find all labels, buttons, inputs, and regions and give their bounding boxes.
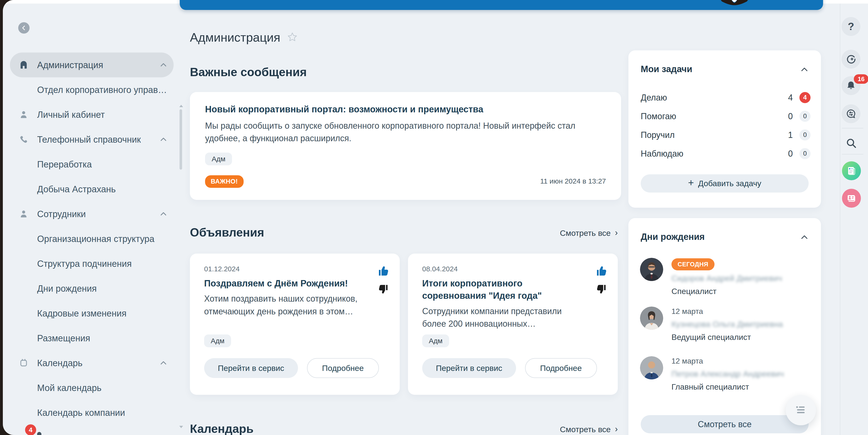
task-count: 1 (788, 130, 793, 140)
sidebar-item-corp-governance-dept[interactable]: Отдел корпоративного управ… (10, 77, 174, 102)
sidebar-item-reporting-structure[interactable]: Структура подчинения (10, 251, 174, 276)
sidebar-item-label: Календарь компании (37, 408, 125, 418)
details-button[interactable]: Подробнее (525, 358, 597, 378)
avatar (640, 356, 663, 379)
tag-chip: Адм (204, 335, 231, 347)
page-title: Администрация (190, 30, 280, 44)
calendar-see-all-link[interactable]: Смотреть все › (544, 425, 618, 434)
task-row-watching[interactable]: Наблюдаю 0 0 (641, 144, 810, 163)
important-card-body: Мы рады сообщить о запуске обновленного … (205, 120, 579, 145)
task-row-delegated[interactable]: Поручил 1 0 (641, 126, 810, 144)
sidebar-item-label: Календарь (37, 358, 83, 368)
avatar (640, 307, 663, 330)
birthday-entry[interactable]: СЕГОДНЯ Сидоров Андрей Дмитриевич Специа… (640, 258, 812, 296)
sidebar-item-label: Дни рождения (37, 283, 97, 293)
calendar-heading: Календарь (190, 422, 253, 435)
chat-transfer-icon (845, 108, 857, 119)
go-to-service-button[interactable]: Перейти в сервис (422, 358, 516, 378)
thumbs-down-icon[interactable] (377, 283, 389, 295)
ai-assistant-button[interactable] (841, 50, 861, 69)
birthdays-see-all-button[interactable]: Смотреть все (641, 415, 809, 433)
list-icon (796, 405, 806, 415)
chevron-up-icon (159, 211, 167, 218)
search-button[interactable] (845, 137, 858, 150)
sidebar-item-org-structure[interactable]: Организационная структура (10, 226, 174, 251)
birthday-date: 12 марта (672, 307, 783, 316)
see-all-label: Смотреть все (560, 425, 611, 434)
task-label: Поручил (641, 130, 788, 140)
collapse-chevron-icon[interactable] (800, 234, 809, 241)
top-banner[interactable] (180, 0, 823, 10)
my-tasks-panel: Мои задачи Делаю 4 4 Помогаю 0 0 Поручил… (628, 51, 821, 208)
add-task-button[interactable]: + Добавить задачу (641, 174, 809, 192)
my-tasks-heading: Мои задачи (641, 64, 692, 74)
sidebar-scrollbar-thumb[interactable] (180, 109, 182, 169)
sidebar-item-placements[interactable]: Размещения (10, 326, 174, 350)
announcement-body: Хотим поздравить наших сотрудников, отме… (204, 292, 360, 318)
sidebar-cutoff-item-icon (37, 432, 41, 435)
task-badge: 4 (799, 92, 810, 103)
rail-separator (842, 128, 863, 128)
sidebar-item-label: Кадровые изменения (37, 308, 127, 318)
announcements-see-all-link[interactable]: Смотреть все › (544, 228, 618, 238)
sidebar-nav: Администрация Отдел корпоративного управ… (10, 53, 174, 425)
birthday-role: Специалист (672, 287, 782, 296)
sidebar-item-employees[interactable]: Сотрудники (10, 201, 174, 226)
notifications-count-badge: 16 (854, 74, 868, 84)
thumbs-up-icon[interactable] (377, 265, 390, 277)
sidebar-scrollbar-down-arrow[interactable] (179, 426, 183, 428)
announcement-date: 08.04.2024 (422, 265, 578, 273)
quick-menu-fab[interactable] (786, 395, 816, 425)
chat-transfer-button[interactable] (841, 104, 861, 123)
sidebar-item-administration[interactable]: Администрация (10, 53, 174, 77)
sidebar-item-personal-cabinet[interactable]: Личный кабинет (10, 102, 174, 127)
sidebar-item-phone-directory[interactable]: Телефонный справочник (10, 127, 174, 152)
sidebar-item-birthdays[interactable]: Дни рождения (10, 276, 174, 301)
thumbs-down-icon[interactable] (595, 283, 607, 295)
birthday-name-blurred: Кузнецова Ольга Дмитриевна (672, 319, 783, 329)
birthday-name-blurred: Сидоров Андрей Дмитриевич (672, 274, 782, 283)
go-to-service-button[interactable]: Перейти в сервис (204, 358, 298, 378)
sidebar-item-company-calendar[interactable]: Календарь компании (10, 400, 174, 425)
task-label: Наблюдаю (641, 149, 788, 159)
help-button[interactable]: ? (841, 17, 861, 36)
collapse-chevron-icon[interactable] (800, 66, 809, 73)
chevron-up-icon (159, 136, 167, 143)
calendar-icon (19, 358, 28, 368)
birthday-entry[interactable]: 12 марта Петров Александр Андреевич Глав… (640, 356, 812, 392)
chevron-right-icon: › (615, 228, 618, 237)
id-card-icon (846, 193, 857, 204)
favorite-star-icon[interactable] (287, 32, 298, 43)
chevron-right-icon: › (615, 425, 618, 433)
sidebar-item-label: Телефонный справочник (37, 134, 141, 145)
important-message-card[interactable]: Новый корпоративный портал: возможности … (190, 92, 621, 200)
thumbs-up-icon[interactable] (595, 265, 608, 277)
task-count: 4 (788, 93, 793, 103)
tag-chip: Адм (422, 335, 449, 347)
birthday-date: 12 марта (672, 357, 784, 366)
task-row-doing[interactable]: Делаю 4 4 (641, 88, 810, 107)
announcement-card[interactable]: 01.12.2024 Поздравляем с Днём Рождения! … (190, 254, 400, 395)
important-card-date: 11 июн 2024 в 13:27 (540, 177, 606, 185)
news-service-button[interactable] (842, 161, 861, 180)
announcement-card[interactable]: 08.04.2024 Итоги корпоративного соревнов… (408, 254, 618, 395)
task-row-helping[interactable]: Помогаю 0 0 (641, 107, 810, 126)
plus-icon: + (688, 178, 694, 188)
sidebar-item-calendar[interactable]: Календарь (10, 350, 174, 375)
sidebar-item-pererabotka[interactable]: Переработка (10, 152, 174, 177)
birthday-entry[interactable]: 12 марта Кузнецова Ольга Дмитриевна Веду… (640, 307, 812, 342)
employee-card-service-button[interactable] (842, 189, 861, 208)
sidebar-item-my-calendar[interactable]: Мой календарь (10, 375, 174, 400)
user-icon (19, 110, 28, 119)
sidebar-item-hr-changes[interactable]: Кадровые изменения (10, 301, 174, 326)
chevron-up-icon (159, 62, 167, 69)
sidebar-collapse-button[interactable] (18, 22, 30, 34)
user-icon (19, 209, 28, 219)
sidebar-item-label: Личный кабинет (37, 110, 105, 120)
task-label: Делаю (641, 93, 788, 103)
details-button[interactable]: Подробнее (307, 358, 379, 378)
sidebar-scrollbar-up-arrow[interactable] (179, 105, 183, 107)
sidebar-item-dobycha-astrakhan[interactable]: Добыча Астрахань (10, 177, 174, 201)
avatar (640, 258, 663, 281)
sidebar-item-label: Переработка (37, 159, 92, 169)
